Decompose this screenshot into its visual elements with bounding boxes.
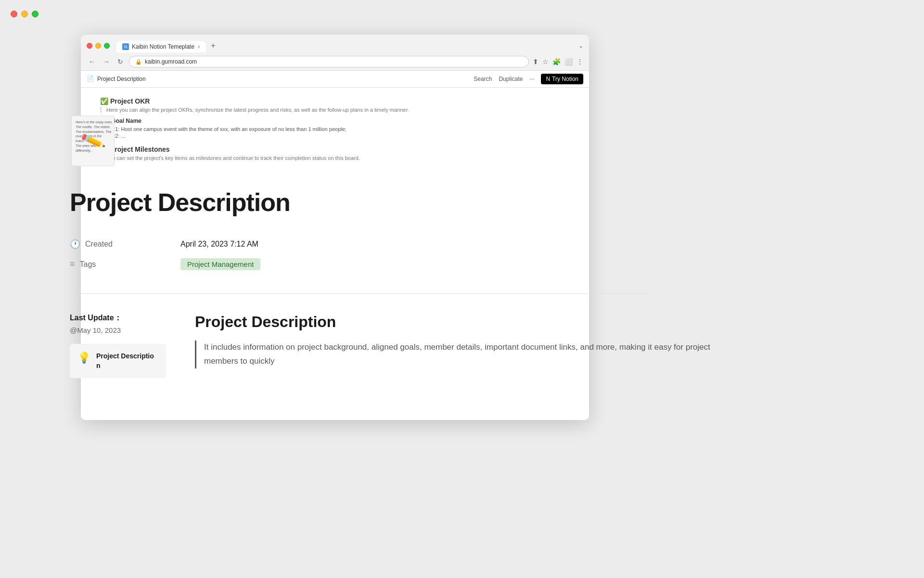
tags-row: ≡ Tags Project Management <box>70 254 647 274</box>
linked-page-card[interactable]: 💡 Project Descriptio n <box>70 344 166 378</box>
back-button[interactable]: ← <box>87 57 97 66</box>
active-tab[interactable]: N Kaibin Notion Temeplate × <box>116 41 206 53</box>
traffic-lights <box>11 11 38 17</box>
notion-page-favicon: 📄 <box>87 75 94 83</box>
browser-maximize-btn[interactable] <box>104 43 110 49</box>
extensions-icon[interactable]: 🧩 <box>552 58 561 66</box>
maximize-traffic-light[interactable] <box>32 11 38 17</box>
search-btn[interactable]: Search <box>474 76 492 82</box>
last-update-label: Last Update： <box>70 313 166 323</box>
lock-icon: 🔒 <box>135 59 142 65</box>
section-divider <box>70 293 647 294</box>
notion-toolbar: 📄 Project Description Search Duplicate ·… <box>81 71 589 88</box>
menu-icon[interactable]: ⋮ <box>577 58 583 66</box>
lower-section: Last Update： @May 10, 2023 💡 Project Des… <box>70 313 744 378</box>
sidebar-info: Last Update： @May 10, 2023 💡 Project Des… <box>70 313 166 378</box>
tab-collapse-btn[interactable]: ⌄ <box>578 42 583 49</box>
last-update-date: @May 10, 2023 <box>70 326 166 334</box>
linked-page-icon: 💡 <box>77 352 90 364</box>
minimize-traffic-light[interactable] <box>21 11 28 17</box>
close-traffic-light[interactable] <box>11 11 17 17</box>
notion-logo-icon: N <box>546 76 550 82</box>
description-callout-bar: It includes information on project backg… <box>195 341 744 368</box>
tag-badge[interactable]: Project Management <box>180 258 260 270</box>
description-body: It includes information on project backg… <box>204 341 744 368</box>
duplicate-btn[interactable]: Duplicate <box>499 76 523 82</box>
project-milestones-callout: You can set the project's key items as m… <box>100 155 570 161</box>
more-btn[interactable]: ··· <box>529 76 534 82</box>
sidebar-icon[interactable]: ⬜ <box>565 58 573 66</box>
notion-content-preview: ✅ Project OKR Here you can align the pro… <box>81 88 589 175</box>
browser-minimize-btn[interactable] <box>95 43 101 49</box>
created-label: 🕐 Created <box>70 239 180 250</box>
kr2-bullet: KR2: ... <box>108 133 570 139</box>
tab-close-btn[interactable]: × <box>197 44 200 50</box>
refresh-button[interactable]: ↻ <box>116 57 125 66</box>
created-value: April 23, 2023 7:12 AM <box>180 240 258 249</box>
share-icon[interactable]: ⬆ <box>533 58 539 66</box>
nav-bar: ← → ↻ 🔒 kaibin.gumroad.com ⬆ ☆ 🧩 ⬜ ⋮ <box>81 53 589 71</box>
project-milestones-heading: 📋 Project Milestones <box>100 145 570 153</box>
new-tab-btn[interactable]: + <box>208 40 218 51</box>
main-content: Project Description 🕐 Created April 23, … <box>70 188 647 308</box>
bookmark-icon[interactable]: ☆ <box>542 58 549 66</box>
browser-close-btn[interactable] <box>87 43 92 49</box>
page-thumbnail: Here's to the crazy ones. The misfits. T… <box>71 116 115 166</box>
page-main-title: Project Description <box>70 188 647 217</box>
description-heading: Project Description <box>195 313 744 331</box>
browser-chrome: N Kaibin Notion Temeplate × + ⌄ ← → ↻ 🔒 … <box>81 35 589 88</box>
tags-value: Project Management <box>180 260 260 269</box>
clock-icon: 🕐 <box>70 239 80 250</box>
url-text: kaibin.gumroad.com <box>145 58 197 65</box>
tags-label: ≡ Tags <box>70 259 180 269</box>
nav-icons: ⬆ ☆ 🧩 ⬜ ⋮ <box>533 58 583 66</box>
browser-traffic-lights <box>87 43 110 49</box>
list-icon: ≡ <box>70 259 75 269</box>
goal-name-heading: O1: Goal Name <box>100 118 570 124</box>
tab-bar: N Kaibin Notion Temeplate × + ⌄ <box>81 35 589 53</box>
linked-page-title: Project Descriptio n <box>96 352 158 370</box>
project-okr-heading: ✅ Project OKR <box>100 97 570 105</box>
project-okr-callout: Here you can align the project OKRs, syn… <box>100 107 570 113</box>
tab-favicon: N <box>122 43 129 50</box>
kr1-bullet: KR1: Host one campus event with the them… <box>108 126 570 132</box>
created-row: 🕐 Created April 23, 2023 7:12 AM <box>70 234 647 254</box>
metadata-section: 🕐 Created April 23, 2023 7:12 AM ≡ Tags … <box>70 234 647 274</box>
tab-title: Kaibin Notion Temeplate <box>132 43 194 50</box>
page-breadcrumb: Project Description <box>97 76 474 82</box>
address-bar[interactable]: 🔒 kaibin.gumroad.com <box>129 56 529 67</box>
try-notion-btn[interactable]: N Try Notion <box>541 74 583 84</box>
forward-button[interactable]: → <box>101 57 112 66</box>
notion-toolbar-actions: Search Duplicate ··· N Try Notion <box>474 74 583 84</box>
desktop: N Kaibin Notion Temeplate × + ⌄ ← → ↻ 🔒 … <box>0 0 924 578</box>
main-description: Project Description It includes informat… <box>195 313 744 378</box>
